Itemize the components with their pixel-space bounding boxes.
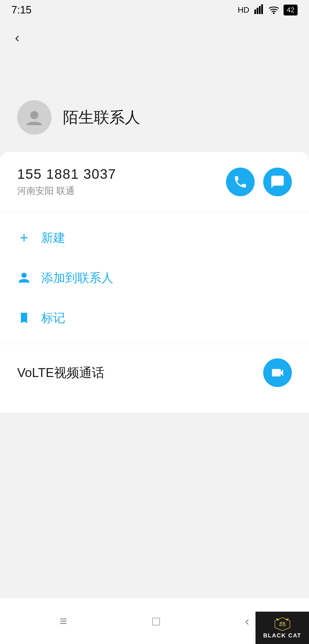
add-contact-label: 添加到联系人 (41, 270, 113, 286)
menu-item-mark[interactable]: 标记 (0, 298, 309, 338)
call-button[interactable] (226, 168, 255, 196)
svg-point-5 (30, 111, 38, 119)
main-card: 155 1881 3037 河南安阳 联通 + 新建 (0, 152, 309, 413)
nav-menu-button[interactable]: ≡ (60, 614, 67, 628)
phone-number: 155 1881 3037 (17, 166, 116, 182)
svg-point-12 (280, 623, 281, 625)
menu-item-new[interactable]: + 新建 (0, 218, 309, 258)
volte-section: VoLTE视频通话 (0, 344, 309, 401)
status-bar: 7:15 HD 42 (0, 0, 309, 20)
nav-home-button[interactable]: □ (152, 614, 160, 628)
svg-rect-2 (259, 6, 261, 14)
phone-row: 155 1881 3037 河南安阳 联通 (0, 152, 309, 212)
phone-info: 155 1881 3037 河南安阳 联通 (17, 166, 116, 197)
message-icon (270, 174, 285, 189)
nav-back-icon: ‹ (245, 614, 249, 628)
nav-bar: ≡ □ ‹ BLACK CAT (0, 598, 309, 644)
cat-logo-icon (272, 617, 292, 631)
svg-point-9 (279, 621, 286, 628)
nav-menu-icon: ≡ (60, 614, 67, 628)
new-label: 新建 (41, 230, 65, 246)
status-icons: HD 42 (238, 4, 298, 16)
add-contact-icon (17, 271, 31, 285)
wifi-icon (269, 4, 279, 16)
svg-rect-1 (257, 8, 258, 14)
menu-item-add-contact[interactable]: 添加到联系人 (0, 258, 309, 298)
message-button[interactable] (263, 168, 292, 196)
status-time: 7:15 (11, 4, 31, 16)
black-cat-watermark: BLACK CAT (255, 612, 309, 644)
hd-icon: HD (238, 5, 249, 15)
phone-icon (233, 174, 248, 189)
phone-location: 河南安阳 联通 (17, 185, 116, 197)
battery-icon: 42 (284, 5, 298, 15)
contact-header: 陌生联系人 (0, 49, 309, 152)
signal-icon (254, 4, 264, 16)
black-cat-text: BLACK CAT (263, 632, 301, 639)
svg-rect-0 (254, 9, 256, 14)
phone-actions (226, 168, 292, 196)
nav-home-icon: □ (152, 614, 160, 628)
menu-section: + 新建 添加到联系人 标记 (0, 212, 309, 344)
back-button[interactable]: ‹ (6, 26, 29, 49)
back-arrow-icon: ‹ (15, 30, 19, 45)
volte-label: VoLTE视频通话 (17, 364, 104, 381)
mark-label: 标记 (41, 310, 65, 326)
contact-name: 陌生联系人 (63, 107, 140, 128)
video-icon (270, 365, 285, 380)
nav-back-button[interactable]: ‹ (245, 614, 249, 628)
avatar (17, 100, 52, 135)
mark-icon (17, 311, 31, 325)
svg-rect-3 (261, 4, 263, 14)
new-icon: + (17, 231, 31, 245)
svg-point-4 (273, 12, 275, 14)
volte-video-button[interactable] (263, 358, 292, 387)
svg-point-13 (283, 623, 284, 625)
